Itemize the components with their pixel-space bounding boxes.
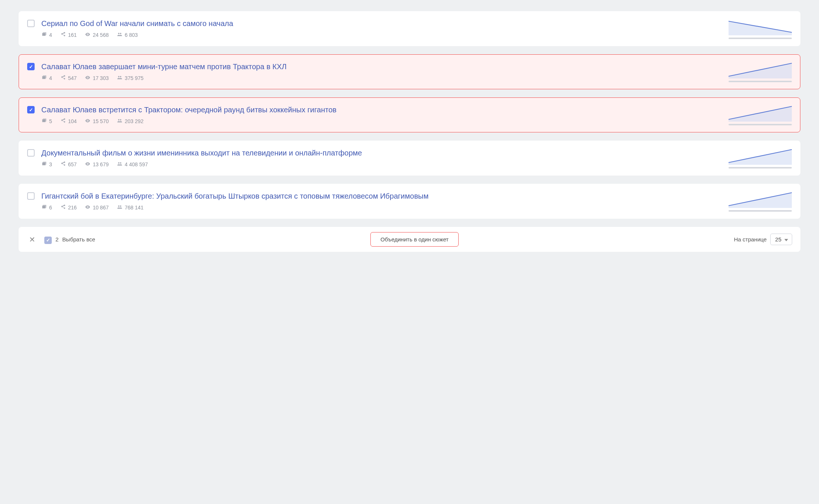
eye-icon — [85, 161, 90, 168]
stat-audience: 6 803 — [117, 32, 138, 38]
boxes-icon — [41, 32, 47, 38]
stat-views: 13 679 — [85, 161, 109, 168]
stat-audience: 4 408 597 — [117, 161, 148, 168]
stat-views: 15 570 — [85, 118, 109, 125]
trend-sparkline — [729, 148, 792, 168]
item-checkbox[interactable] — [27, 192, 35, 200]
stat-boxes: 5 — [41, 118, 52, 125]
stat-boxes: 4 — [41, 75, 52, 81]
stat-boxes: 6 — [41, 204, 52, 211]
share-icon — [60, 75, 66, 81]
item-checkbox[interactable] — [27, 106, 35, 113]
item-title[interactable]: Салават Юлаев встретится с Трактором: оч… — [41, 105, 722, 115]
list-item: Гигантский бой в Екатеринбурге: Уральски… — [19, 184, 800, 219]
stat-boxes: 4 — [41, 32, 52, 38]
users-icon — [117, 204, 122, 211]
trend-sparkline — [729, 18, 792, 39]
users-icon — [117, 161, 122, 168]
item-checkbox[interactable] — [27, 149, 35, 157]
per-page-value: 25 — [775, 236, 781, 243]
stat-shares: 216 — [60, 204, 77, 211]
list-item: Салават Юлаев встретится с Трактором: оч… — [19, 97, 800, 132]
eye-icon — [85, 75, 90, 81]
share-icon — [60, 161, 66, 168]
stat-views: 17 303 — [85, 75, 109, 81]
item-title[interactable]: Сериал по God of War начали снимать с са… — [41, 18, 722, 29]
stat-audience: 203 292 — [117, 118, 144, 125]
trend-sparkline — [729, 61, 792, 82]
boxes-icon — [41, 75, 47, 81]
list-item: Документальный фильм о жизни именинника … — [19, 141, 800, 176]
stat-views: 24 568 — [85, 32, 109, 38]
users-icon — [117, 32, 122, 38]
stat-shares: 657 — [60, 161, 77, 168]
boxes-icon — [41, 204, 47, 211]
list-item: Сериал по God of War начали снимать с са… — [19, 11, 800, 46]
share-icon — [60, 204, 66, 211]
clear-selection-button[interactable]: ✕ — [27, 235, 38, 244]
stat-audience: 375 975 — [117, 75, 144, 81]
eye-icon — [85, 204, 90, 211]
select-all-checkbox[interactable] — [44, 237, 52, 244]
trend-sparkline — [729, 191, 792, 212]
boxes-icon — [41, 161, 47, 168]
item-title[interactable]: Гигантский бой в Екатеринбурге: Уральски… — [41, 191, 722, 201]
stat-views: 10 867 — [85, 204, 109, 211]
per-page-label: На странице — [734, 236, 767, 243]
list-item: Салават Юлаев завершает мини-турне матче… — [19, 54, 800, 89]
stat-audience: 768 141 — [117, 204, 144, 211]
users-icon — [117, 118, 122, 125]
per-page-select[interactable]: 25 — [770, 234, 792, 245]
boxes-icon — [41, 118, 47, 125]
eye-icon — [85, 118, 90, 125]
item-title[interactable]: Салават Юлаев завершает мини-турне матче… — [41, 61, 722, 72]
item-checkbox[interactable] — [27, 63, 35, 70]
users-icon — [117, 75, 122, 81]
trend-sparkline — [729, 105, 792, 125]
item-checkbox[interactable] — [27, 20, 35, 27]
footer-bar: ✕ 2 Выбрать все Объединить в один сюжет … — [19, 227, 800, 252]
item-title[interactable]: Документальный фильм о жизни именинника … — [41, 148, 722, 158]
share-icon — [60, 118, 66, 125]
stat-boxes: 3 — [41, 161, 52, 168]
select-all-label[interactable]: Выбрать все — [62, 236, 95, 243]
merge-button[interactable]: Объединить в один сюжет — [370, 232, 459, 247]
stat-shares: 547 — [60, 75, 77, 81]
stat-shares: 104 — [60, 118, 77, 125]
stat-shares: 161 — [60, 32, 77, 38]
eye-icon — [85, 32, 90, 38]
selected-count: 2 — [55, 236, 58, 243]
share-icon — [60, 32, 66, 38]
